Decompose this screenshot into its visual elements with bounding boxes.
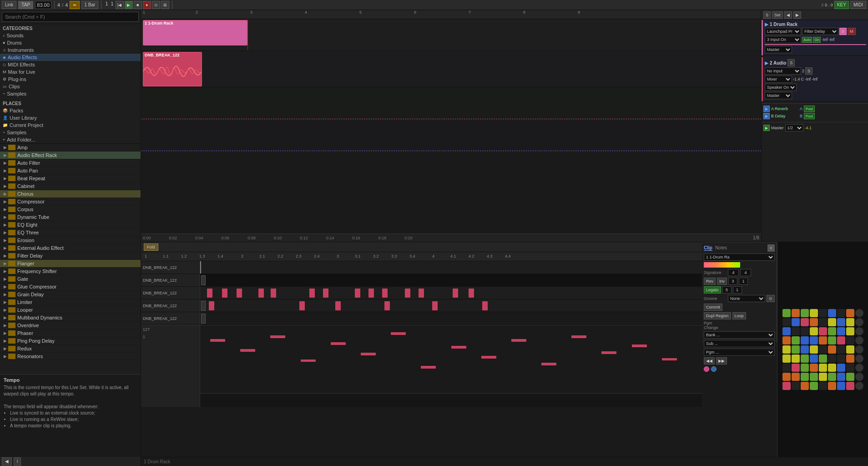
lp-btn-7-8[interactable] [855, 373, 863, 381]
lp-btn-7-1[interactable] [792, 373, 800, 381]
list-item-audio-effect-rack[interactable]: ▶ Audio Effect Rack [0, 152, 141, 159]
clip-record[interactable]: ⊞ [161, 1, 169, 9]
note[interactable] [662, 358, 677, 361]
drum-clip[interactable]: 1 1-Drum Rack [143, 20, 247, 46]
clip-color-dot2[interactable] [711, 366, 717, 372]
play-button[interactable]: ▶ [125, 1, 133, 9]
lp-btn-0-5[interactable] [828, 309, 836, 317]
lp-btn-8-4[interactable] [819, 382, 827, 390]
sess-track-2-content[interactable] [200, 274, 702, 286]
ch1-on-btn[interactable]: On [813, 37, 821, 43]
note-block[interactable] [469, 289, 474, 298]
lp-btn-8-5[interactable] [828, 382, 836, 390]
category-drums[interactable]: ● Drums [0, 39, 141, 46]
note-block-4b[interactable] [299, 301, 305, 310]
note[interactable] [421, 366, 436, 369]
note-block[interactable] [323, 289, 328, 298]
list-item-eq-three[interactable]: ▶ EQ Three [0, 229, 141, 237]
audio-clip[interactable]: DNB_BREAK_122 [143, 52, 202, 86]
lp-btn-6-1[interactable] [792, 364, 800, 372]
lp-btn-0-0[interactable] [782, 309, 791, 317]
list-item[interactable]: ▶ Amp [0, 144, 141, 152]
note-block[interactable] [222, 289, 227, 298]
category-instruments[interactable]: ♫ Instruments [0, 46, 141, 54]
send-b-post[interactable]: Post [804, 113, 815, 119]
lp-btn-4-6[interactable] [837, 345, 845, 354]
send-a-post[interactable]: Post [804, 106, 815, 112]
ch2-master-select[interactable]: Master [765, 92, 792, 99]
ch1-auto-btn[interactable]: Auto [802, 37, 812, 43]
lp-btn-8-7[interactable] [846, 382, 854, 390]
list-item-compressor[interactable]: ▶ Compressor [0, 198, 141, 206]
lp-btn-3-2[interactable] [801, 336, 809, 344]
lp-btn-0-1[interactable] [792, 309, 800, 317]
note[interactable] [361, 353, 376, 355]
lp-btn-4-5[interactable] [828, 345, 836, 354]
note-block[interactable] [405, 289, 410, 298]
lp-btn-0-3[interactable] [810, 309, 818, 317]
lp-btn-4-2[interactable] [801, 345, 809, 354]
category-audio-effects[interactable]: ◈ Audio Effects [0, 54, 141, 61]
send-b-btn[interactable]: ▶ [763, 113, 770, 119]
lp-btn-2-2[interactable] [801, 327, 809, 335]
list-item-resonators[interactable]: ▶ Resonators [0, 353, 141, 360]
note-block[interactable] [258, 289, 264, 298]
list-item-dynamic-tube[interactable]: ▶ Dynamic Tube [0, 213, 141, 221]
list-item-erosion[interactable]: ▶ Erosion [0, 237, 141, 244]
lp-btn-1-4[interactable] [819, 318, 827, 326]
fold-button[interactable]: Fold [144, 243, 158, 251]
mixer-nav-right[interactable]: ▶ [793, 11, 801, 19]
note[interactable] [331, 342, 346, 345]
lp-btn-4-8[interactable] [855, 345, 863, 354]
note[interactable] [632, 344, 647, 347]
list-item-phaser[interactable]: ▶ Phaser [0, 329, 141, 337]
lp-btn-3-0[interactable] [782, 336, 791, 344]
lp-btn-8-0[interactable] [782, 382, 791, 390]
note-block[interactable] [309, 289, 315, 298]
list-item-flanger[interactable]: ▶ Flanger [0, 260, 141, 268]
lp-btn-8-2[interactable] [801, 382, 809, 390]
ch1-active[interactable]: S [839, 28, 847, 35]
lp-btn-6-8[interactable] [855, 364, 863, 372]
lp-btn-1-7[interactable] [846, 318, 854, 326]
ch1-master-select[interactable]: Master [765, 46, 792, 53]
arrangement-record[interactable]: ⊙ [152, 1, 160, 9]
list-item-chorus[interactable]: ▶ Chorus [0, 190, 141, 198]
list-item-multiband[interactable]: ▶ Multiband Dynamics [0, 314, 141, 322]
lp-btn-3-5[interactable] [828, 336, 836, 344]
lp-btn-4-4[interactable] [819, 345, 827, 354]
master-routing-select[interactable]: 1/2 [785, 124, 803, 132]
list-item-external-audio-effect[interactable]: ▶ External Audio Effect [0, 244, 141, 252]
sig-den-input[interactable] [740, 269, 751, 276]
lp-btn-2-0[interactable] [782, 327, 791, 335]
lp-btn-1-8[interactable] [855, 318, 863, 326]
lp-btn-6-6[interactable] [837, 364, 845, 372]
lp-btn-3-8[interactable] [855, 336, 863, 344]
ch1-input-select[interactable]: 3 Input On [765, 36, 801, 43]
ch1-mute[interactable]: M [848, 28, 856, 35]
note[interactable] [601, 351, 616, 354]
lp-btn-5-7[interactable] [846, 355, 854, 363]
record-button[interactable]: ● [143, 1, 151, 9]
lp-btn-5-1[interactable] [792, 355, 800, 363]
note-block-4e[interactable] [432, 301, 438, 310]
note[interactable] [571, 335, 586, 338]
sig-num-input[interactable] [728, 269, 739, 276]
lp-btn-2-1[interactable] [792, 327, 800, 335]
lp-btn-7-2[interactable] [801, 373, 809, 381]
lp-btn-4-0[interactable] [782, 345, 791, 354]
list-item-cabinet[interactable]: ▶ Cabinet [0, 182, 141, 190]
lp-btn-3-6[interactable] [837, 336, 845, 344]
next-button[interactable]: ▶▶ [716, 357, 727, 365]
lp-btn-8-6[interactable] [837, 382, 845, 390]
list-item-glue-compressor[interactable]: ▶ Glue Compressor [0, 283, 141, 291]
note[interactable] [451, 346, 466, 349]
lp-btn-2-6[interactable] [837, 327, 845, 335]
lp-btn-3-3[interactable] [810, 336, 818, 344]
ch2-s-btn[interactable]: S [787, 59, 795, 66]
note-block-4c[interactable] [335, 301, 341, 310]
lp-btn-7-0[interactable] [782, 373, 791, 381]
lp-btn-8-3[interactable] [810, 382, 818, 390]
tap-button[interactable]: TAP [18, 1, 33, 9]
list-item-freq-shifter[interactable]: ▶ Frequency Shifter [0, 268, 141, 275]
